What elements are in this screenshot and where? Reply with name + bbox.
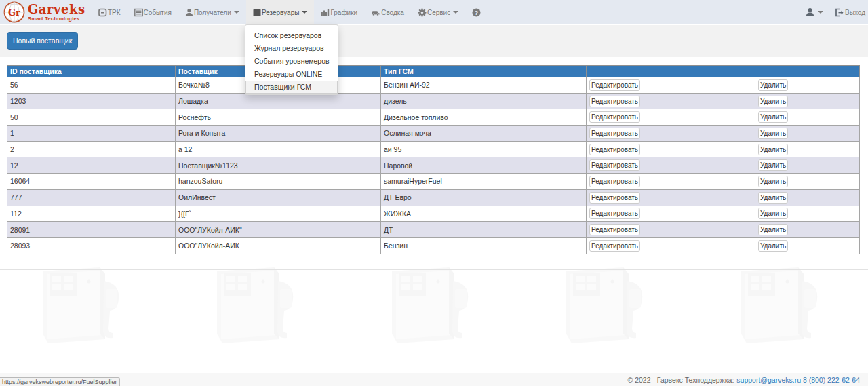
table-header-row: ID поставщика Поставщик Тип ГСМ <box>7 66 860 77</box>
delete-button[interactable]: Удалить <box>758 176 788 187</box>
edit-button[interactable]: Редактировать <box>589 128 640 139</box>
table-row: 28091ООО"ЛУКойл-АИК"ДТРедактироватьУдали… <box>7 222 860 238</box>
fuel-pump-watermark <box>561 263 656 348</box>
delete-button[interactable]: Удалить <box>758 79 788 91</box>
delete-button[interactable]: Удалить <box>758 224 788 235</box>
cell-delete: Удалить <box>755 77 860 94</box>
gear-icon <box>418 8 427 17</box>
cell-supplier: }{[Г` <box>176 206 381 222</box>
user-icon <box>806 7 814 17</box>
navbar: Gr Garveks Smart Technologies ТРКСобытия… <box>0 0 868 24</box>
delete-button[interactable]: Удалить <box>758 208 788 219</box>
cell-supplier: ООО"ЛУКойл-АИК" <box>176 222 381 238</box>
suppliers-table: ID поставщика Поставщик Тип ГСМ 56Бочка№… <box>7 65 860 254</box>
nav-item-events[interactable]: События <box>127 0 178 24</box>
brand-logo[interactable]: Gr Garveks Smart Technologies <box>3 1 85 24</box>
cell-supplier: ООО"ЛУКойл-АИК <box>176 237 381 254</box>
svg-text:?: ? <box>475 9 479 16</box>
fuel-pump-watermark <box>212 263 307 348</box>
delete-button[interactable]: Удалить <box>758 111 788 123</box>
new-supplier-button[interactable]: Новый поставщик <box>7 32 78 50</box>
nav-item-trk[interactable]: ТРК <box>92 0 127 24</box>
cell-supplier-id: 112 <box>7 206 176 222</box>
brand-name: Garveks <box>28 3 85 16</box>
cell-edit: Редактировать <box>587 237 755 254</box>
cell-edit: Редактировать <box>587 126 755 142</box>
events-icon <box>134 8 143 17</box>
cell-supplier-id: 12 <box>7 157 176 174</box>
cell-delete: Удалить <box>755 93 860 109</box>
cell-delete: Удалить <box>755 109 860 126</box>
dispenser-icon <box>98 8 107 17</box>
nav-item-label: События <box>144 9 172 16</box>
cell-delete: Удалить <box>755 206 860 222</box>
cell-supplier-id: 777 <box>7 189 176 206</box>
nav-item-recipients[interactable]: Получатели <box>178 0 246 24</box>
cell-supplier: Рога и Копыта <box>176 126 381 142</box>
brand-text: Garveks Smart Technologies <box>28 3 85 22</box>
cell-edit: Редактировать <box>587 206 755 222</box>
edit-button[interactable]: Редактировать <box>589 79 640 91</box>
nav-item-label: Графики <box>330 9 357 16</box>
edit-button[interactable]: Редактировать <box>589 176 640 187</box>
delete-button[interactable]: Удалить <box>758 240 788 252</box>
table-row: 1203ЛошадкадизельРедактироватьУдалить <box>7 93 860 109</box>
logout-label: Выход <box>845 9 865 16</box>
tank-icon <box>253 8 261 17</box>
dropdown-item[interactable]: Резервуары ONLINE <box>245 68 338 81</box>
cell-fuel-type: Паровой <box>381 157 587 174</box>
copyright-text: © 2022 - Гарвекс Техподдержка: <box>627 376 734 384</box>
dropdown-item[interactable]: Журнал резервуаров <box>245 42 338 55</box>
cell-fuel-type: Бензин АИ-92 <box>381 77 587 94</box>
caret-down-icon <box>302 11 307 14</box>
table-row: 16064hanzouSatorusamuraiHyperFuelРедакти… <box>7 174 860 190</box>
delete-button[interactable]: Удалить <box>758 159 788 171</box>
cell-delete: Удалить <box>755 141 860 157</box>
cell-edit: Редактировать <box>587 77 755 94</box>
edit-button[interactable]: Редактировать <box>589 240 640 252</box>
table-row: 56Бочка№8Бензин АИ-92РедактироватьУдалит… <box>7 77 860 94</box>
nav-item-service[interactable]: Сервис <box>411 0 465 24</box>
edit-button[interactable]: Редактировать <box>589 144 640 155</box>
edit-button[interactable]: Редактировать <box>589 111 640 123</box>
nav-item-help[interactable]: ? <box>465 0 488 24</box>
status-url: https://garvekswebreporter.ru/FuelSuppli… <box>2 379 117 386</box>
logout-button[interactable]: Выход <box>835 0 865 24</box>
cell-delete: Удалить <box>755 126 860 142</box>
nav-item-summary[interactable]: Сводка <box>364 0 411 24</box>
delete-button[interactable]: Удалить <box>758 192 788 204</box>
support-link[interactable]: support@garveks.ru 8 (800) 222-62-64 <box>736 376 860 384</box>
dropdown-item[interactable]: Поставщики ГСМ <box>245 81 338 94</box>
edit-button[interactable]: Редактировать <box>589 208 640 219</box>
edit-button[interactable]: Редактировать <box>589 159 640 171</box>
table-row: 112}{[Г`ЖИЖКАРедактироватьУдалить <box>7 206 860 222</box>
nav-item-label: Сервис <box>427 9 450 16</box>
nav-item-label: Сводка <box>381 9 404 16</box>
delete-button[interactable]: Удалить <box>758 96 788 107</box>
divider <box>0 269 868 270</box>
cell-edit: Редактировать <box>587 109 755 126</box>
edit-button[interactable]: Редактировать <box>589 224 640 235</box>
table-row: 12Поставщик№1123ПаровойРедактироватьУдал… <box>7 157 860 174</box>
cell-supplier: Поставщик№1123 <box>176 157 381 174</box>
edit-button[interactable]: Редактировать <box>589 192 640 204</box>
edit-button[interactable]: Редактировать <box>589 96 640 107</box>
nav-item-tanks[interactable]: Резервуары <box>246 0 314 24</box>
table-row: 2а 12аи 95РедактироватьУдалить <box>7 141 860 157</box>
cell-fuel-type: ЖИЖКА <box>381 206 587 222</box>
brand-globe-icon: Gr <box>3 1 25 23</box>
delete-button[interactable]: Удалить <box>758 128 788 139</box>
delete-button[interactable]: Удалить <box>758 144 788 155</box>
cell-supplier: Лошадка <box>176 93 381 109</box>
cell-fuel-type: аи 95 <box>381 141 587 157</box>
user-menu[interactable] <box>806 0 823 24</box>
header-delete <box>755 66 860 77</box>
cell-edit: Редактировать <box>587 157 755 174</box>
dropdown-item[interactable]: События уровнемеров <box>245 55 338 68</box>
dropdown-item[interactable]: Список резервуаров <box>245 29 338 42</box>
nav-item-charts[interactable]: Графики <box>314 0 364 24</box>
nav-item-label: ТРК <box>108 9 121 16</box>
tanks-dropdown-menu: Список резервуаровЖурнал резервуаровСобы… <box>245 24 338 95</box>
cell-supplier-id: 2 <box>7 141 176 157</box>
fuel-pump-watermark <box>387 263 481 348</box>
